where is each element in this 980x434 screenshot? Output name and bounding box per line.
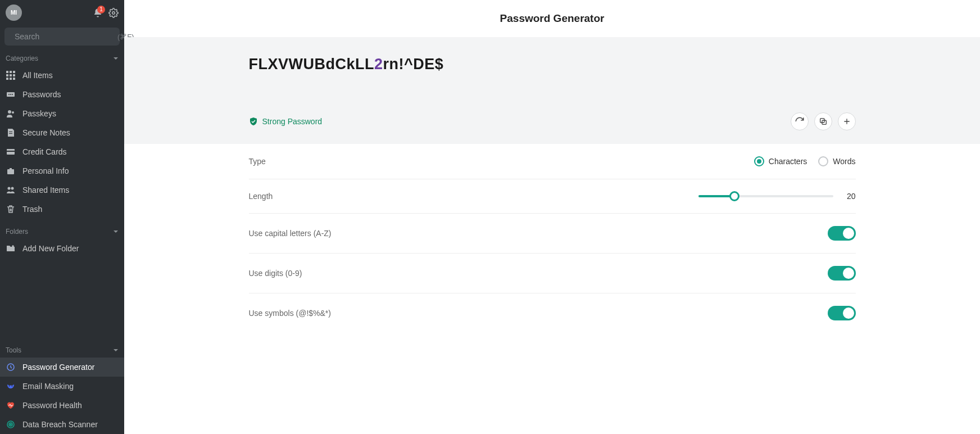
svg-rect-9 xyxy=(6,78,8,80)
digits-row: Use digits (0-9) xyxy=(249,254,856,293)
svg-point-27 xyxy=(12,386,13,387)
sidebar-item-all-items[interactable]: All Items xyxy=(0,66,124,85)
svg-point-24 xyxy=(11,187,14,190)
svg-rect-18 xyxy=(9,132,12,132)
chevron-down-icon xyxy=(113,56,119,61)
radio-dot-icon xyxy=(818,156,828,166)
notifications-button[interactable]: 1 xyxy=(93,8,103,18)
slider-thumb[interactable] xyxy=(729,191,739,201)
search-field[interactable]: (⌘F) xyxy=(4,28,120,46)
search-input[interactable] xyxy=(15,32,113,41)
capitals-row: Use capital letters (A-Z) xyxy=(249,214,856,254)
toggle-symbols[interactable] xyxy=(828,306,856,320)
mask-icon xyxy=(6,381,16,391)
copy-icon xyxy=(819,117,828,126)
sidebar-item-trash[interactable]: Trash xyxy=(0,200,124,219)
password-strength: Strong Password xyxy=(249,117,323,126)
svg-point-30 xyxy=(10,424,11,425)
radio-dot-icon xyxy=(754,156,764,166)
passkey-icon xyxy=(6,108,16,119)
generator-icon xyxy=(6,362,16,372)
radio-words[interactable]: Words xyxy=(818,156,855,166)
capitals-label: Use capital letters (A-Z) xyxy=(249,229,332,238)
svg-rect-19 xyxy=(9,133,12,134)
sidebar-header: MI 1 xyxy=(0,0,124,25)
svg-point-26 xyxy=(9,386,10,387)
sidebar-item-personal-info[interactable]: Personal Info xyxy=(0,161,124,180)
svg-point-13 xyxy=(8,94,10,95)
type-label: Type xyxy=(249,157,266,166)
svg-rect-5 xyxy=(13,71,15,73)
refresh-icon xyxy=(795,116,805,126)
sidebar: MI 1 (⌘F) Categories All Items Passwords… xyxy=(0,0,124,434)
settings-button[interactable] xyxy=(108,8,119,18)
svg-point-23 xyxy=(8,187,11,190)
toggle-digits[interactable] xyxy=(828,266,856,281)
sidebar-item-label: Trash xyxy=(22,205,42,214)
svg-point-16 xyxy=(8,110,11,114)
radio-label: Characters xyxy=(769,157,807,166)
sidebar-tool-password-generator[interactable]: Password Generator xyxy=(0,358,124,377)
svg-rect-3 xyxy=(6,71,8,73)
add-folder-button[interactable]: Add New Folder xyxy=(0,239,124,258)
avatar[interactable]: MI xyxy=(6,4,22,21)
type-row: Type Characters Words xyxy=(249,144,856,179)
sidebar-item-label: Credit Cards xyxy=(22,147,67,156)
svg-rect-22 xyxy=(7,169,14,174)
sidebar-item-label: Passkeys xyxy=(22,109,56,118)
sidebar-tool-password-health[interactable]: Password Health xyxy=(0,396,124,415)
note-icon xyxy=(6,128,16,138)
people-icon xyxy=(6,185,16,195)
sidebar-item-passkeys[interactable]: Passkeys xyxy=(0,104,124,123)
categories-header[interactable]: Categories xyxy=(0,51,124,66)
radio-characters[interactable]: Characters xyxy=(754,156,807,166)
svg-rect-11 xyxy=(13,78,15,80)
radar-icon xyxy=(6,419,16,430)
password-icon xyxy=(6,89,16,100)
briefcase-icon xyxy=(6,166,16,176)
sidebar-item-label: All Items xyxy=(22,71,53,80)
copy-button[interactable] xyxy=(814,112,832,130)
sidebar-item-label: Data Breach Scanner xyxy=(22,420,98,429)
symbols-row: Use symbols (@!$%&*) xyxy=(249,293,856,333)
plus-icon xyxy=(842,117,851,126)
notification-badge: 1 xyxy=(97,6,105,13)
svg-point-17 xyxy=(12,111,14,114)
svg-rect-6 xyxy=(6,74,8,76)
sidebar-tool-email-masking[interactable]: Email Masking xyxy=(0,377,124,396)
folder-plus-icon xyxy=(6,243,16,254)
svg-rect-10 xyxy=(10,78,12,80)
generator-settings: Type Characters Words Length xyxy=(238,144,867,333)
svg-rect-4 xyxy=(10,71,12,73)
heart-pulse-icon xyxy=(6,400,16,410)
tools-header[interactable]: Tools xyxy=(0,343,124,358)
sidebar-item-passwords[interactable]: Passwords xyxy=(0,85,124,104)
toggle-capitals[interactable] xyxy=(828,226,856,241)
length-slider[interactable] xyxy=(698,195,833,197)
categories-label: Categories xyxy=(6,55,38,62)
sidebar-item-shared-items[interactable]: Shared Items xyxy=(0,180,124,200)
sidebar-item-secure-notes[interactable]: Secure Notes xyxy=(0,123,124,142)
add-button[interactable] xyxy=(838,112,856,130)
length-value: 20 xyxy=(845,192,856,201)
folders-header[interactable]: Folders xyxy=(0,224,124,239)
page-title: Password Generator xyxy=(124,0,980,37)
password-display-panel: FLXVWUBdCkLL2rn!^DE$ Strong Password xyxy=(124,37,980,144)
svg-point-0 xyxy=(112,11,115,14)
trash-icon xyxy=(6,204,16,214)
regenerate-button[interactable] xyxy=(791,112,809,130)
sidebar-item-label: Add New Folder xyxy=(22,244,79,253)
sidebar-item-label: Shared Items xyxy=(22,186,69,195)
folders-label: Folders xyxy=(6,228,28,236)
svg-point-15 xyxy=(12,94,13,95)
sidebar-tool-data-breach-scanner[interactable]: Data Breach Scanner xyxy=(0,415,124,434)
main-content: Password Generator FLXVWUBdCkLL2rn!^DE$ … xyxy=(124,0,980,434)
chevron-down-icon xyxy=(113,347,119,353)
radio-label: Words xyxy=(833,157,855,166)
sidebar-item-credit-cards[interactable]: Credit Cards xyxy=(0,142,124,161)
symbols-label: Use symbols (@!$%&*) xyxy=(249,309,331,318)
digits-label: Use digits (0-9) xyxy=(249,269,302,278)
length-label: Length xyxy=(249,192,273,201)
svg-rect-8 xyxy=(13,74,15,76)
sidebar-item-label: Passwords xyxy=(22,90,61,99)
